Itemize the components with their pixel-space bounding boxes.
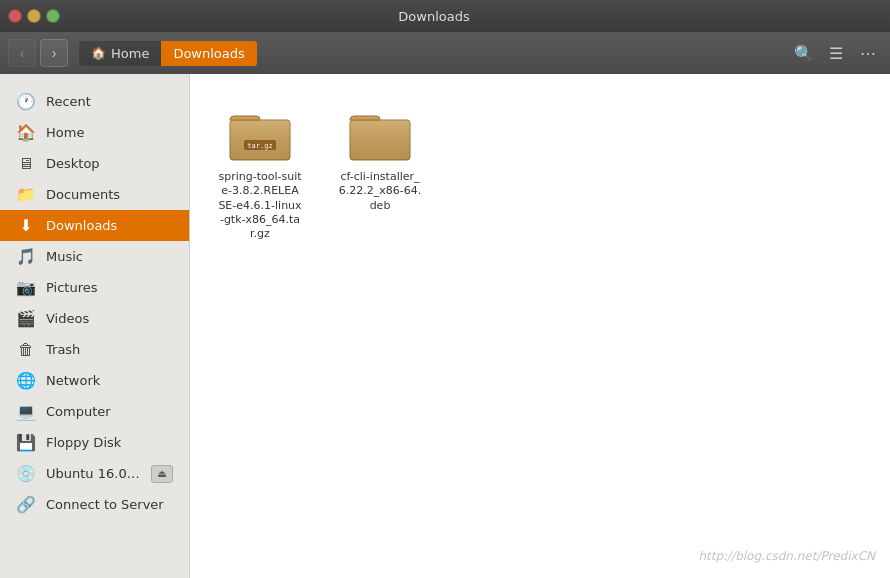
file-item-spring-tool[interactable]: tar.gz spring-tool-suite-3.8.2.RELEASE-e… xyxy=(210,94,310,249)
home-icon: 🏠 xyxy=(91,46,106,60)
search-button[interactable]: 🔍 xyxy=(790,39,818,67)
archive-svg-spring: tar.gz xyxy=(228,102,292,166)
recent-icon: 🕐 xyxy=(16,92,36,111)
connect-icon: 🔗 xyxy=(16,495,36,514)
sidebar-section-places: 🕐 Recent 🏠 Home 🖥 Desktop 📁 Documents ⬇ … xyxy=(0,86,189,520)
sidebar-item-music[interactable]: 🎵 Music xyxy=(0,241,189,272)
breadcrumb-downloads-label: Downloads xyxy=(173,46,244,61)
eject-button[interactable]: ⏏ xyxy=(151,465,173,483)
grid-view-button[interactable]: ⋯ xyxy=(854,39,882,67)
sidebar-item-downloads[interactable]: ⬇ Downloads xyxy=(0,210,189,241)
main-layout: 🕐 Recent 🏠 Home 🖥 Desktop 📁 Documents ⬇ … xyxy=(0,74,890,578)
file-name-cf-cli: cf-cli-installer_6.22.2_x86-64.deb xyxy=(338,170,422,213)
file-icon-spring-tool: tar.gz xyxy=(228,102,292,166)
sidebar-item-desktop-label: Desktop xyxy=(46,156,100,171)
sidebar-item-pictures[interactable]: 📷 Pictures xyxy=(0,272,189,303)
pictures-icon: 📷 xyxy=(16,278,36,297)
sidebar-item-floppy-label: Floppy Disk xyxy=(46,435,121,450)
sidebar-item-home[interactable]: 🏠 Home xyxy=(0,117,189,148)
svg-rect-3 xyxy=(50,13,56,19)
list-view-button[interactable]: ☰ xyxy=(822,39,850,67)
documents-icon: 📁 xyxy=(16,185,36,204)
sidebar: 🕐 Recent 🏠 Home 🖥 Desktop 📁 Documents ⬇ … xyxy=(0,74,190,578)
floppy-icon: 💾 xyxy=(16,433,36,452)
sidebar-item-floppy[interactable]: 💾 Floppy Disk xyxy=(0,427,189,458)
sidebar-item-music-label: Music xyxy=(46,249,83,264)
archive-svg-cf xyxy=(348,102,412,166)
computer-icon: 💻 xyxy=(16,402,36,421)
home-nav-icon: 🏠 xyxy=(16,123,36,142)
ubuntu-icon: 💿 xyxy=(16,464,36,483)
titlebar: Downloads xyxy=(0,0,890,32)
sidebar-item-recent-label: Recent xyxy=(46,94,91,109)
file-grid: tar.gz spring-tool-suite-3.8.2.RELEASE-e… xyxy=(210,94,870,249)
music-icon: 🎵 xyxy=(16,247,36,266)
file-name-spring-tool: spring-tool-suite-3.8.2.RELEASE-e4.6.1-l… xyxy=(218,170,302,241)
videos-icon: 🎬 xyxy=(16,309,36,328)
sidebar-item-videos-label: Videos xyxy=(46,311,89,326)
sidebar-item-trash-label: Trash xyxy=(46,342,80,357)
watermark: http://blog.csdn.net/PredixCN xyxy=(698,549,875,563)
sidebar-item-connect-label: Connect to Server xyxy=(46,497,164,512)
sidebar-item-network[interactable]: 🌐 Network xyxy=(0,365,189,396)
toolbar-actions: 🔍 ☰ ⋯ xyxy=(790,39,882,67)
file-item-cf-cli[interactable]: cf-cli-installer_6.22.2_x86-64.deb xyxy=(330,94,430,249)
sidebar-item-documents[interactable]: 📁 Documents xyxy=(0,179,189,210)
downloads-icon: ⬇ xyxy=(16,216,36,235)
forward-button[interactable]: › xyxy=(40,39,68,67)
sidebar-item-pictures-label: Pictures xyxy=(46,280,97,295)
window-title: Downloads xyxy=(0,9,882,24)
trash-icon: 🗑 xyxy=(16,340,36,359)
sidebar-item-videos[interactable]: 🎬 Videos xyxy=(0,303,189,334)
breadcrumb: 🏠 Home Downloads xyxy=(78,40,258,67)
toolbar: ‹ › 🏠 Home Downloads 🔍 ☰ ⋯ xyxy=(0,32,890,74)
sidebar-item-ubuntu[interactable]: 💿 Ubuntu 16.04 L... ⏏ xyxy=(0,458,189,489)
sidebar-item-trash[interactable]: 🗑 Trash xyxy=(0,334,189,365)
breadcrumb-home-label: Home xyxy=(111,46,149,61)
sidebar-item-network-label: Network xyxy=(46,373,100,388)
sidebar-item-ubuntu-label: Ubuntu 16.04 L... xyxy=(46,466,141,481)
file-area: tar.gz spring-tool-suite-3.8.2.RELEASE-e… xyxy=(190,74,890,578)
svg-rect-9 xyxy=(350,120,410,160)
network-icon: 🌐 xyxy=(16,371,36,390)
sidebar-item-connect[interactable]: 🔗 Connect to Server xyxy=(0,489,189,520)
sidebar-item-documents-label: Documents xyxy=(46,187,120,202)
sidebar-item-desktop[interactable]: 🖥 Desktop xyxy=(0,148,189,179)
back-button[interactable]: ‹ xyxy=(8,39,36,67)
svg-text:tar.gz: tar.gz xyxy=(247,142,272,150)
sidebar-item-downloads-label: Downloads xyxy=(46,218,117,233)
sidebar-item-recent[interactable]: 🕐 Recent xyxy=(0,86,189,117)
sidebar-item-computer-label: Computer xyxy=(46,404,111,419)
sidebar-item-home-label: Home xyxy=(46,125,84,140)
breadcrumb-home[interactable]: 🏠 Home xyxy=(79,41,161,66)
desktop-icon: 🖥 xyxy=(16,154,36,173)
breadcrumb-downloads[interactable]: Downloads xyxy=(161,41,256,66)
file-icon-cf-cli xyxy=(348,102,412,166)
sidebar-item-computer[interactable]: 💻 Computer xyxy=(0,396,189,427)
